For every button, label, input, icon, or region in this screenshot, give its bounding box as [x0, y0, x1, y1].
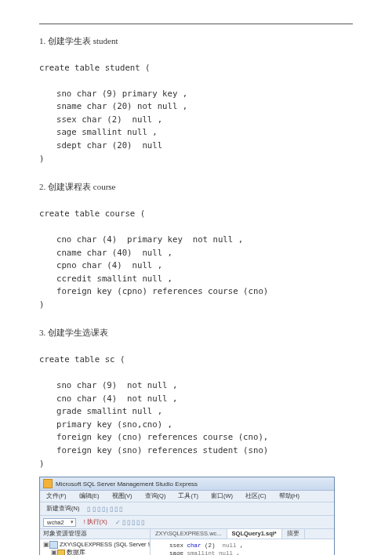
code-line: cpno char (4) null ,: [56, 260, 162, 270]
ide-toolbar-1: 新建查询(N) ▯ ▯ ▯ ▯ | ▯ ▯ ▯: [40, 502, 334, 516]
code-line: sage smallint null ,: [56, 127, 158, 137]
code-line: ): [39, 299, 44, 310]
tab-2[interactable]: SQLQuery1.sql*: [227, 529, 282, 539]
code-line: foreign key (cpno) references course (cn…: [56, 286, 268, 296]
code-line: create table sc (: [39, 354, 125, 365]
database-combo[interactable]: wcha2: [43, 518, 76, 527]
object-explorer-tree[interactable]: ▣ZXY\SQLEXPRESS (SQL Server 9.0.4035 - ▣…: [40, 539, 150, 555]
menu-query[interactable]: 查询(Q): [142, 492, 169, 501]
code-line: sno char (9) not null ,: [56, 380, 177, 390]
code-line: sdept char (20) null: [56, 140, 162, 151]
object-explorer: 对象资源管理器 ▣ZXY\SQLEXPRESS (SQL Server 9.0.…: [40, 529, 151, 555]
code-line: ): [39, 154, 44, 164]
menu-edit[interactable]: 编辑(E): [76, 492, 103, 501]
code-line: ): [39, 459, 44, 469]
code-line: sname char (20) not null ,: [56, 101, 187, 111]
code-line: primary key (sno,cno) ,: [56, 419, 172, 430]
code-line: foreign key (cno) references course (cno…: [56, 432, 268, 442]
ssms-icon: [43, 479, 53, 488]
menu-file[interactable]: 文件(F): [43, 492, 70, 501]
code-line: grade smallint null ,: [56, 406, 162, 416]
code-block-1: create table student ( sno char (9) prim…: [39, 49, 353, 165]
menu-view[interactable]: 视图(V): [109, 492, 136, 501]
sql-editor[interactable]: ssex char (2) null , sage smallint null …: [151, 539, 334, 555]
object-explorer-title: 对象资源管理器: [40, 529, 150, 539]
section-3-title: 3. 创建学生选课表: [39, 327, 353, 339]
code-line: create table student (: [39, 63, 151, 73]
ide-toolbar-2: wcha2 ! 执行(X) ✓ ▯ ▯ ▯ ▯ ▯: [40, 516, 334, 529]
tab-2-label: SQLQuery1.sql*: [232, 530, 277, 537]
menu-community[interactable]: 社区(C): [242, 492, 269, 501]
code-line: cname char (40) null ,: [56, 248, 172, 258]
ide-title: Microsoft SQL Server Management Studio E…: [56, 481, 198, 488]
code-line: sno char (9) primary key ,: [56, 89, 187, 99]
execute-label: 执行(X): [87, 518, 107, 525]
menu-tools[interactable]: 工具(T): [175, 492, 201, 501]
ssms-window: Microsoft SQL Server Management Studio E…: [39, 477, 335, 555]
code-line: create table course (: [39, 209, 145, 219]
tree-server[interactable]: ZXY\SQLEXPRESS (SQL Server 9.0.4035 -: [60, 541, 150, 548]
code-block-3: create table sc ( sno char (9) not null …: [39, 340, 353, 470]
tree-databases[interactable]: 数据库: [67, 549, 85, 555]
code-line: ccredit smallint null ,: [56, 274, 172, 284]
code-line: cno char (4) primary key not null ,: [56, 234, 243, 245]
execute-button[interactable]: ! 执行(X): [81, 517, 111, 527]
tab-3[interactable]: 摘要: [282, 529, 305, 539]
tab-1[interactable]: ZXY\SQLEXPRESS.wc...: [151, 529, 227, 539]
new-query-button[interactable]: 新建查询(N): [43, 504, 82, 513]
toolbar-icons: ▯ ▯ ▯ ▯ | ▯ ▯ ▯: [87, 506, 122, 513]
editor-tabs: ZXY\SQLEXPRESS.wc... SQLQuery1.sql* 摘要: [151, 529, 334, 539]
ide-titlebar: Microsoft SQL Server Management Studio E…: [40, 477, 334, 491]
toolbar-icons-2: ✓ ▯ ▯ ▯ ▯ ▯: [115, 519, 144, 526]
code-line: cno char (4) not null ,: [56, 394, 177, 404]
section-2-title: 2. 创建课程表 course: [39, 181, 353, 193]
menu-help[interactable]: 帮助(H): [276, 492, 303, 501]
top-rule: [39, 24, 353, 24]
ide-main-area: ZXY\SQLEXPRESS.wc... SQLQuery1.sql* 摘要 s…: [151, 529, 334, 555]
ide-menubar: 文件(F) 编辑(E) 视图(V) 查询(Q) 工具(T) 窗口(W) 社区(C…: [40, 491, 334, 502]
menu-window[interactable]: 窗口(W): [208, 492, 236, 501]
code-line: foreign key (sno) references student (sn…: [56, 445, 268, 455]
section-1-title: 1. 创建学生表 student: [39, 35, 353, 47]
code-block-2: create table course ( cno char (4) prima…: [39, 194, 353, 311]
code-line: ssex char (2) null ,: [56, 114, 162, 125]
